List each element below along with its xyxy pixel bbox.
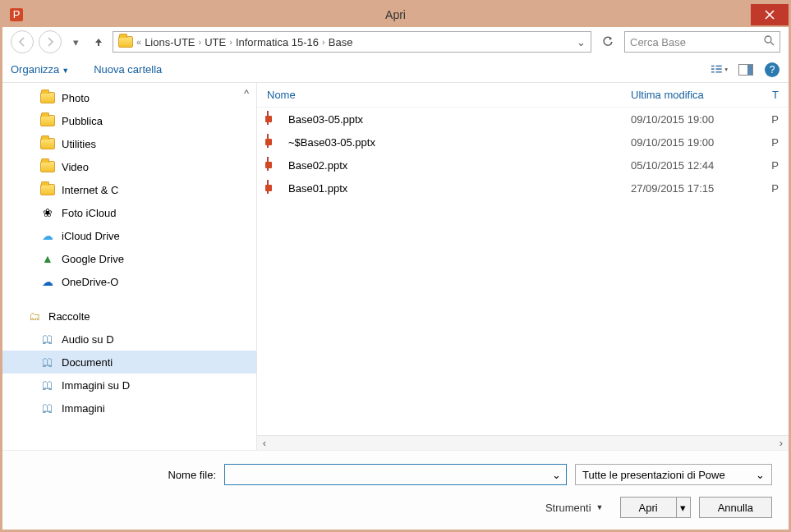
file-row[interactable]: Base03-05.pptx 09/10/2015 19:00 P xyxy=(257,108,789,131)
library-icon: 🕮 xyxy=(40,356,55,368)
library-icon: 🕮 xyxy=(40,333,55,345)
scroll-up-icon[interactable]: ^ xyxy=(240,86,253,99)
tree-item[interactable]: 🕮Immagini su D xyxy=(2,374,256,397)
folder-icon xyxy=(40,115,55,126)
new-folder-button[interactable]: Nuova cartella xyxy=(94,63,162,76)
tree-item[interactable]: ❀Foto iCloud xyxy=(2,201,256,224)
open-dialog: P Apri ▾ « Lions-UTE› UTE› Informatica 1… xyxy=(0,0,791,532)
view-mode-button[interactable] xyxy=(711,62,728,78)
onedrive-icon: ☁ xyxy=(40,276,55,287)
file-list: Nome Ultima modifica T Base03-05.pptx 09… xyxy=(257,83,789,450)
window-title: Apri xyxy=(385,8,406,21)
tree-item[interactable]: 🕮Immagini xyxy=(2,397,256,420)
pptx-icon xyxy=(267,112,282,126)
chevron-down-icon: ⌄ xyxy=(756,469,765,481)
library-icon: 🕮 xyxy=(40,402,55,414)
svg-rect-9 xyxy=(715,65,721,66)
svg-rect-11 xyxy=(715,71,721,72)
svg-point-4 xyxy=(765,36,771,43)
library-icon: 🕮 xyxy=(40,379,55,391)
help-button[interactable]: ? xyxy=(764,62,780,78)
chevron-down-icon[interactable]: ⌄ xyxy=(552,469,561,481)
scroll-right-icon[interactable]: › xyxy=(774,437,789,450)
horizontal-scrollbar[interactable]: ‹ › xyxy=(257,435,789,450)
pptx-icon xyxy=(267,135,282,149)
svg-rect-8 xyxy=(711,71,715,72)
tree-item[interactable]: ☁iCloud Drive xyxy=(2,224,256,247)
folder-icon xyxy=(118,36,133,48)
navbar: ▾ « Lions-UTE› UTE› Informatica 15-16› B… xyxy=(2,27,789,57)
libraries-icon: 🗂 xyxy=(27,310,42,322)
tree-item[interactable]: ☁OneDrive-O xyxy=(2,270,256,293)
path-segment[interactable]: Lions-UTE› xyxy=(145,36,201,48)
search-icon xyxy=(764,35,775,48)
tree-item-selected[interactable]: 🕮Documenti xyxy=(2,351,256,374)
col-name-header[interactable]: Nome xyxy=(267,89,631,101)
organize-button[interactable]: Organizza▼ xyxy=(11,63,69,76)
scroll-left-icon[interactable]: ‹ xyxy=(257,437,272,450)
svg-text:P: P xyxy=(13,8,21,21)
tree-libraries[interactable]: 🗂Raccolte xyxy=(2,305,256,328)
svg-line-5 xyxy=(770,42,774,45)
svg-rect-6 xyxy=(711,65,715,66)
folder-icon xyxy=(40,92,55,103)
refresh-button[interactable] xyxy=(596,31,619,53)
pptx-icon xyxy=(267,158,282,172)
recent-locations-button[interactable]: ▾ xyxy=(67,33,85,51)
preview-pane-button[interactable] xyxy=(738,62,754,78)
tree-item[interactable]: Internet & C xyxy=(2,178,256,201)
address-bar[interactable]: « Lions-UTE› UTE› Informatica 15-16› Bas… xyxy=(113,31,591,53)
folder-icon xyxy=(40,138,55,149)
tree-item[interactable]: Photo xyxy=(2,86,256,109)
path-segment[interactable]: Base xyxy=(329,36,353,48)
pptx-icon xyxy=(267,181,282,195)
folder-icon xyxy=(40,161,55,172)
sidebar: ^ Photo Pubblica Utilities Video Interne… xyxy=(2,83,257,450)
path-segment[interactable]: UTE› xyxy=(205,36,232,48)
col-date-header[interactable]: Ultima modifica xyxy=(631,89,762,101)
search-placeholder: Cerca Base xyxy=(630,36,686,48)
back-button[interactable] xyxy=(11,30,34,53)
file-row[interactable]: ~$Base03-05.pptx 09/10/2015 19:00 P xyxy=(257,131,789,154)
open-button[interactable]: Apri ▾ xyxy=(620,497,691,518)
file-row[interactable]: Base02.pptx 05/10/2015 12:44 P xyxy=(257,154,789,177)
footer: Nome file: ⌄ Tutte le presentazioni di P… xyxy=(2,450,789,530)
close-button[interactable] xyxy=(751,4,789,25)
folder-icon xyxy=(40,184,55,195)
icloud-photo-icon: ❀ xyxy=(40,207,55,218)
list-header: Nome Ultima modifica T xyxy=(257,83,789,108)
open-button-dropdown[interactable]: ▾ xyxy=(676,497,691,518)
svg-rect-10 xyxy=(715,68,721,70)
tree-item[interactable]: ▲Google Drive xyxy=(2,247,256,270)
icloud-icon: ☁ xyxy=(40,230,55,241)
tree-item[interactable]: Video xyxy=(2,155,256,178)
tools-button[interactable]: Strumenti▼ xyxy=(545,502,604,514)
address-expand-button[interactable]: ⌄ xyxy=(577,36,586,48)
gdrive-icon: ▲ xyxy=(40,253,55,264)
file-row[interactable]: Base01.pptx 27/09/2015 17:15 P xyxy=(257,177,789,200)
toolbar: Organizza▼ Nuova cartella ? xyxy=(2,57,789,83)
titlebar: P Apri xyxy=(2,2,789,27)
tree-item[interactable]: 🕮Audio su D xyxy=(2,328,256,351)
forward-button[interactable] xyxy=(39,30,62,53)
filename-input[interactable]: ⌄ xyxy=(224,464,567,485)
path-segment[interactable]: Informatica 15-16› xyxy=(236,36,325,48)
list-body: Base03-05.pptx 09/10/2015 19:00 P ~$Base… xyxy=(257,108,789,435)
filename-label: Nome file: xyxy=(19,469,216,481)
file-type-filter[interactable]: Tutte le presentazioni di Powe ⌄ xyxy=(575,464,772,485)
tree-item[interactable]: Utilities xyxy=(2,132,256,155)
tree-item[interactable]: Pubblica xyxy=(2,109,256,132)
body: ^ Photo Pubblica Utilities Video Interne… xyxy=(2,83,789,450)
search-input[interactable]: Cerca Base xyxy=(624,31,780,53)
up-button[interactable] xyxy=(90,33,108,51)
col-type-header[interactable]: T xyxy=(762,89,779,101)
folder-tree: Photo Pubblica Utilities Video Internet … xyxy=(2,83,256,423)
svg-rect-7 xyxy=(711,68,715,70)
app-icon: P xyxy=(7,6,25,24)
chevron-right-icon: « xyxy=(136,37,141,47)
cancel-button[interactable]: Annulla xyxy=(699,497,772,518)
svg-rect-13 xyxy=(747,65,752,75)
